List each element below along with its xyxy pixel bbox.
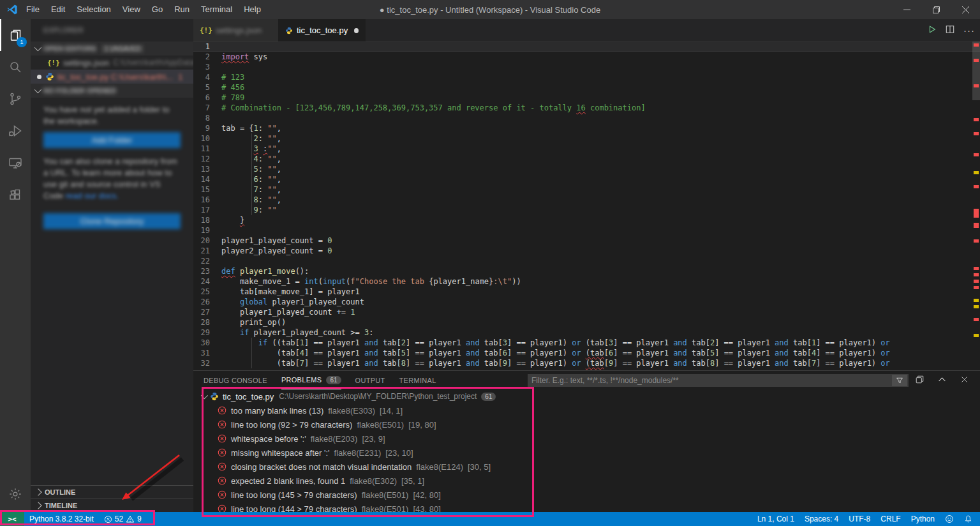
- line-number[interactable]: 28: [193, 317, 221, 327]
- line-number[interactable]: 20: [193, 236, 221, 246]
- code-line[interactable]: 18 }: [193, 215, 980, 225]
- code-line[interactable]: 24 make_move_1 = int(input(f"Choose the …: [193, 276, 980, 287]
- problem-row[interactable]: too many blank lines (13)flake8(E303)[14…: [193, 403, 980, 417]
- tab-tic-toc-toe[interactable]: tic_toc_toe.py: [279, 19, 366, 41]
- code-line[interactable]: 26 global player1_played_count: [193, 297, 980, 307]
- explorer-icon[interactable]: 1: [0, 19, 31, 51]
- code-line[interactable]: 2import sys: [193, 52, 980, 62]
- line-number[interactable]: 29: [193, 327, 221, 338]
- code-line[interactable]: 32 (tab[7] == player1 and tab[8] == play…: [193, 358, 980, 368]
- line-number[interactable]: 9: [193, 123, 221, 133]
- code-line[interactable]: 17 9: "": [193, 205, 980, 215]
- line-number[interactable]: 11: [193, 144, 221, 154]
- code-line[interactable]: 10 2: "",: [193, 133, 980, 144]
- code-line[interactable]: 6# 789: [193, 93, 980, 103]
- line-number[interactable]: 27: [193, 307, 221, 317]
- code-line[interactable]: 11 3 :"",: [193, 144, 980, 154]
- no-folder-section[interactable]: NO FOLDER OPENED: [31, 84, 193, 98]
- code-line[interactable]: 20player1_played_count = 0: [193, 236, 980, 246]
- notifications-bell-icon[interactable]: [959, 512, 980, 526]
- clone-repository-button[interactable]: Clone Repository: [43, 213, 181, 229]
- line-number[interactable]: 31: [193, 348, 221, 358]
- code-line[interactable]: 22: [193, 256, 980, 266]
- panel-tab-debug-console[interactable]: DEBUG CONSOLE: [204, 371, 267, 389]
- code-line[interactable]: 25 tab[make_move_1] = player1: [193, 287, 980, 297]
- menu-file[interactable]: File: [20, 0, 45, 19]
- code-line[interactable]: 16 8: "",: [193, 195, 980, 205]
- code-line[interactable]: 1: [193, 41, 980, 52]
- code-line[interactable]: 9tab = {1: "",: [193, 123, 980, 133]
- open-editor-item-tictoctoe[interactable]: tic_toc_toe.py C:\Users\karth\... 1: [31, 70, 193, 84]
- line-number[interactable]: 15: [193, 184, 221, 195]
- panel-tab-terminal[interactable]: TERMINAL: [399, 371, 436, 389]
- line-number[interactable]: 16: [193, 195, 221, 205]
- code-line[interactable]: 30 if ((tab[1] == player1 and tab[2] == …: [193, 338, 980, 348]
- open-in-editor-icon[interactable]: [916, 375, 924, 386]
- line-number[interactable]: 8: [193, 113, 221, 123]
- line-number[interactable]: 23: [193, 266, 221, 276]
- line-number[interactable]: 5: [193, 82, 221, 93]
- close-panel-icon[interactable]: [960, 375, 969, 386]
- line-number[interactable]: 7: [193, 103, 221, 113]
- code-line[interactable]: 27 player1_played_count += 1: [193, 307, 980, 317]
- menu-view[interactable]: View: [117, 0, 146, 19]
- restore-button[interactable]: [921, 0, 951, 19]
- source-control-icon[interactable]: [0, 83, 31, 115]
- unsaved-dot-icon[interactable]: [354, 28, 359, 33]
- line-number[interactable]: 22: [193, 256, 221, 266]
- code-line[interactable]: 13 5: "",: [193, 164, 980, 174]
- more-actions-button[interactable]: ···: [963, 25, 975, 36]
- code-line[interactable]: 7# Combination - [123,456,789,147,258,36…: [193, 103, 980, 113]
- problem-row[interactable]: line too long (92 > 79 characters)flake8…: [193, 417, 980, 432]
- code-line[interactable]: 21player2_played_count = 0: [193, 246, 980, 256]
- panel-tab-problems[interactable]: PROBLEMS61: [281, 371, 341, 389]
- menu-run[interactable]: Run: [168, 0, 195, 19]
- code-line[interactable]: 31 (tab[4] == player1 and tab[5] == play…: [193, 348, 980, 358]
- feedback-smiley-icon[interactable]: [940, 512, 959, 526]
- remote-explorer-icon[interactable]: [0, 147, 31, 179]
- line-number[interactable]: 6: [193, 93, 221, 103]
- outline-section[interactable]: OUTLINE: [31, 485, 193, 499]
- problems-status[interactable]: 52 9: [99, 512, 147, 526]
- code-line[interactable]: 28 print_op(): [193, 317, 980, 327]
- manage-gear-icon[interactable]: [0, 481, 31, 507]
- line-number[interactable]: 1: [193, 41, 221, 52]
- problem-row[interactable]: line too long (145 > 79 characters)flake…: [193, 488, 980, 502]
- python-interpreter[interactable]: Python 3.8.2 32-bit: [24, 512, 99, 526]
- timeline-section[interactable]: TIMELINE: [31, 499, 193, 512]
- line-number[interactable]: 32: [193, 358, 221, 368]
- add-folder-button[interactable]: Add Folder: [43, 132, 181, 148]
- line-number[interactable]: 2: [193, 52, 221, 62]
- menu-edit[interactable]: Edit: [45, 0, 71, 19]
- problems-filter-input[interactable]: Filter. E.g.: text, **/*.ts, !**/node_mo…: [528, 374, 909, 387]
- status-eol[interactable]: CRLF: [875, 512, 905, 526]
- search-icon[interactable]: [0, 51, 31, 83]
- menu-help[interactable]: Help: [238, 0, 267, 19]
- line-number[interactable]: 17: [193, 205, 221, 215]
- status-encoding[interactable]: UTF-8: [843, 512, 875, 526]
- line-number[interactable]: 26: [193, 297, 221, 307]
- code-line[interactable]: 15 7: "",: [193, 184, 980, 195]
- open-editors-section[interactable]: OPEN EDITORS 1 UNSAVED: [31, 41, 193, 56]
- line-number[interactable]: 13: [193, 164, 221, 174]
- line-number[interactable]: 18: [193, 215, 221, 225]
- status-cursor-position[interactable]: Ln 1, Col 1: [752, 512, 799, 526]
- status-language-mode[interactable]: Python: [906, 512, 940, 526]
- run-debug-icon[interactable]: [0, 115, 31, 147]
- line-number[interactable]: 30: [193, 338, 221, 348]
- code-line[interactable]: 12 4: "",: [193, 154, 980, 164]
- line-number[interactable]: 4: [193, 72, 221, 82]
- open-editor-item-settings[interactable]: {!} settings.json C:\Users\karth\AppData…: [31, 56, 193, 70]
- remote-indicator[interactable]: ><: [0, 512, 24, 526]
- line-number[interactable]: 10: [193, 133, 221, 144]
- code-line[interactable]: 8: [193, 113, 980, 123]
- status-indentation[interactable]: Spaces: 4: [799, 512, 843, 526]
- code-editor[interactable]: 12import sys34# 1235# 4566# 7897# Combin…: [193, 41, 980, 370]
- line-number[interactable]: 3: [193, 62, 221, 72]
- problem-row[interactable]: whitespace before ':'flake8(E203)[23, 9]: [193, 432, 980, 446]
- problems-file-group[interactable]: tic_toc_toe.py C:\Users\karth\Desktop\MY…: [193, 389, 980, 403]
- run-button[interactable]: [928, 25, 937, 36]
- problem-row[interactable]: closing bracket does not match visual in…: [193, 460, 980, 474]
- line-number[interactable]: 14: [193, 174, 221, 184]
- line-number[interactable]: 24: [193, 276, 221, 287]
